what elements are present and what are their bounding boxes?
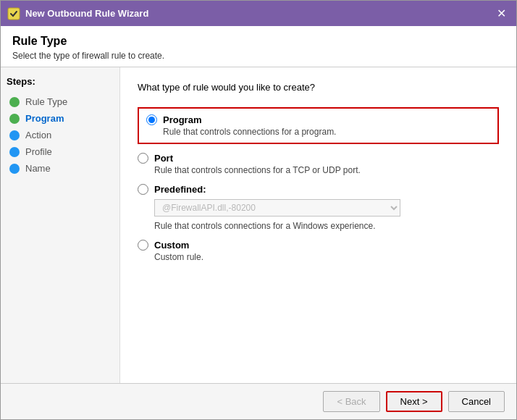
content-area: Steps: Rule Type Program Action Profile … (1, 67, 516, 383)
option-custom-header: Custom (138, 240, 499, 251)
option-port: Port Rule that controls connections for … (138, 153, 499, 175)
svg-rect-0 (8, 8, 20, 20)
radio-custom-desc: Custom rule. (154, 252, 499, 262)
sidebar-label-profile: Profile (25, 146, 52, 157)
predefined-select[interactable]: @FirewallAPI.dll,-80200 (154, 199, 400, 217)
cancel-button[interactable]: Cancel (448, 391, 505, 412)
radio-port-label[interactable]: Port (154, 153, 173, 164)
sidebar-item-rule-type[interactable]: Rule Type (7, 94, 114, 109)
sidebar-item-program[interactable]: Program (7, 111, 114, 126)
sidebar: Steps: Rule Type Program Action Profile … (1, 67, 120, 383)
sidebar-label-name: Name (25, 163, 51, 174)
sidebar-dot-program (9, 114, 20, 124)
radio-custom[interactable] (138, 240, 148, 251)
radio-predefined-desc: Rule that controls connections for a Win… (154, 221, 499, 231)
sidebar-title: Steps: (7, 76, 114, 87)
radio-port[interactable] (138, 153, 148, 164)
option-predefined: Predefined: @FirewallAPI.dll,-80200 Rule… (138, 184, 499, 231)
main-content: What type of rule would you like to crea… (120, 67, 516, 383)
predefined-select-container: @FirewallAPI.dll,-80200 (154, 199, 499, 217)
back-button[interactable]: < Back (323, 391, 379, 412)
sidebar-dot-name (9, 164, 20, 174)
close-button[interactable]: ✕ (492, 4, 510, 23)
radio-program-desc: Rule that controls connections for a pro… (163, 127, 490, 137)
radio-predefined[interactable] (138, 184, 148, 195)
sidebar-label-rule-type: Rule Type (25, 96, 67, 107)
radio-program[interactable] (146, 114, 157, 125)
radio-custom-label[interactable]: Custom (154, 240, 189, 251)
page-header: Rule Type Select the type of firewall ru… (1, 26, 516, 67)
next-button[interactable]: Next > (386, 391, 442, 412)
option-program-header: Program (146, 114, 490, 125)
option-predefined-header: Predefined: (138, 184, 499, 195)
option-program: Program Rule that controls connections f… (138, 107, 499, 144)
option-custom: Custom Custom rule. (138, 240, 499, 262)
sidebar-item-action[interactable]: Action (7, 127, 114, 143)
sidebar-item-name[interactable]: Name (7, 161, 114, 176)
title-bar-text: New Outbound Rule Wizard (25, 8, 492, 19)
sidebar-dot-rule-type (9, 97, 20, 107)
radio-group: Program Rule that controls connections f… (138, 107, 499, 262)
page-title: Rule Type (12, 35, 505, 48)
sidebar-item-profile[interactable]: Profile (7, 144, 114, 159)
radio-program-label[interactable]: Program (163, 114, 201, 125)
footer: < Back Next > Cancel (1, 383, 516, 419)
sidebar-dot-action (9, 130, 20, 140)
sidebar-dot-profile (9, 147, 20, 157)
window-icon (7, 7, 21, 21)
main-question: What type of rule would you like to crea… (138, 82, 499, 93)
radio-predefined-label[interactable]: Predefined: (154, 184, 206, 195)
option-port-header: Port (138, 153, 499, 164)
wizard-window: New Outbound Rule Wizard ✕ Rule Type Sel… (0, 0, 517, 420)
page-subtitle: Select the type of firewall rule to crea… (12, 51, 505, 61)
sidebar-label-action: Action (25, 130, 51, 140)
title-bar: New Outbound Rule Wizard ✕ (1, 1, 516, 26)
radio-port-desc: Rule that controls connections for a TCP… (154, 165, 499, 175)
sidebar-label-program: Program (25, 113, 64, 124)
